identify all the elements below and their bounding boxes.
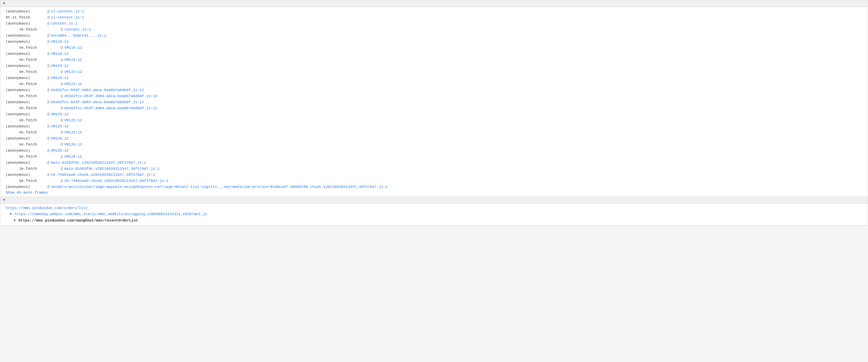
call-link[interactable]: main.01503f6c.v20210520213347_38f378a7.j… [64, 166, 160, 171]
tree-arrow-icon: ▼ [10, 213, 14, 216]
call-label: Ve.fetch [19, 142, 59, 147]
call-link[interactable]: VM126:12 [51, 136, 69, 141]
call-at: @ [47, 39, 50, 45]
call-at: @ [61, 178, 63, 184]
call-label: Ve.fetch [19, 154, 59, 159]
call-link[interactable]: content.js:1 [51, 21, 78, 26]
call-link[interactable]: main.01503f6c.v20210520213347_38f378a7.j… [51, 160, 146, 165]
call-row: (anonymous)@VM119:12 [0, 39, 868, 45]
call-row: (anonymous)@xl-content.js:1 [0, 8, 868, 15]
call-at: @ [47, 124, 50, 129]
call-link[interactable]: VM119:12 [51, 51, 69, 56]
call-at: @ [61, 57, 63, 62]
call-row: Ye.fetch@content.js:1 [0, 27, 868, 33]
devtools-panel: ▼ (anonymous)@xl-content.js:1Ot.st.fetch… [0, 0, 868, 226]
call-label: Ot.st.fetch [6, 15, 46, 20]
call-row: (anonymous)@VM119:12 [0, 51, 868, 57]
call-at: @ [61, 93, 63, 99]
call-at: @ [47, 51, 50, 56]
call-at: @ [61, 45, 63, 50]
call-label: Ve.fetch [19, 130, 59, 135]
call-at: @ [47, 136, 50, 141]
call-label: Ue.fetch [19, 178, 59, 184]
call-row: (anonymous)@VM123:12 [0, 75, 868, 81]
call-label: (anonymous) [6, 33, 46, 38]
call-link[interactable]: VM119:12 [64, 57, 82, 62]
initiator-current: https://mms.pinduoduo.com/mangkhut/mms/r… [19, 219, 138, 223]
call-label: Je.fetch [19, 166, 59, 171]
call-link[interactable]: a4c4884...5e8ce31....js:1 [51, 33, 106, 38]
call-link[interactable]: eb302fcc-b54f-4064-abca-bea8b7a6db8f.js:… [64, 106, 157, 111]
call-link[interactable]: 20.74961aa9.chunk.v20210520213347_38f378… [51, 172, 155, 177]
call-link[interactable]: eb302fcc-b54f-4064-abca-bea8b7a6db8f.js:… [64, 93, 157, 99]
call-label: Ve.fetch [19, 81, 59, 87]
call-link[interactable]: VM123:12 [51, 75, 69, 81]
call-label: Ve.fetch [19, 57, 59, 62]
call-label: (anonymous) [6, 75, 46, 81]
call-at: @ [61, 81, 63, 87]
call-link[interactable]: VM123:12 [64, 69, 82, 75]
call-stack-arrow: ▼ [3, 2, 5, 5]
call-at: @ [47, 9, 50, 14]
call-link[interactable]: VM126:12 [64, 154, 82, 159]
call-row: Ot.st.fetch@xl-content.js:1 [0, 15, 868, 21]
call-link[interactable]: content.js:1 [64, 27, 91, 32]
call-label: Ve.fetch [19, 69, 59, 75]
call-link[interactable]: vendors~activityCarriage~appeals~assignE… [51, 184, 388, 190]
call-link[interactable]: xl-content.js:1 [51, 15, 84, 20]
call-at: @ [61, 142, 63, 147]
initiator-arrow: ▼ [3, 198, 5, 202]
call-at: @ [61, 27, 63, 32]
call-label: (anonymous) [6, 148, 46, 153]
call-label: Ve.fetch [19, 93, 59, 99]
call-link[interactable]: VM123:12 [64, 81, 82, 87]
call-at: @ [61, 118, 63, 123]
call-link[interactable]: xl-content.js:1 [51, 9, 84, 14]
call-row: (anonymous)@VM125:12 [0, 123, 868, 130]
call-row: Ve.fetch@VM126:12 [0, 141, 868, 147]
call-row: Ue.fetch@20.74961aa9.chunk.v202105202133… [0, 178, 868, 184]
initiator-url[interactable]: https://commimg.pddpic.com/mms_static/mm… [14, 212, 207, 216]
call-at: @ [61, 154, 63, 159]
call-link[interactable]: 20.74961aa9.chunk.v20210520213347_38f378… [64, 178, 168, 184]
call-stack-content: (anonymous)@xl-content.js:1Ot.st.fetch@x… [0, 7, 868, 197]
call-link[interactable]: eb302fcc-b54f-4064-abca-bea8b7a6db8f.js:… [51, 87, 144, 93]
call-link[interactable]: VM125:12 [64, 130, 82, 135]
call-link[interactable]: VM123:12 [51, 63, 69, 68]
initiator-row: ▼ https://commimg.pddpic.com/mms_static/… [0, 211, 868, 218]
call-link[interactable]: VM125:12 [51, 112, 69, 117]
call-label: Ve.fetch [19, 45, 59, 50]
call-at: @ [47, 184, 50, 190]
call-row: Ve.fetch@VM126:12 [0, 154, 868, 160]
call-link[interactable]: VM119:12 [64, 45, 82, 50]
call-row: (anonymous)@VM123:12 [0, 63, 868, 69]
call-row: Ve.fetch@VM125:12 [0, 117, 868, 123]
call-label: (anonymous) [6, 136, 46, 141]
call-label: (anonymous) [6, 51, 46, 56]
call-at: @ [47, 33, 50, 38]
call-label: Ve.fetch [19, 118, 59, 123]
call-label: Ve.fetch [19, 106, 59, 111]
call-label: (anonymous) [6, 160, 46, 165]
call-link[interactable]: VM125:12 [51, 124, 69, 129]
call-link[interactable]: eb302fcc-b54f-4064-abca-bea8b7a6db8f.js:… [51, 100, 144, 105]
call-link[interactable]: VM125:12 [64, 118, 82, 123]
call-at: @ [47, 75, 50, 81]
call-link[interactable]: VM126:12 [64, 142, 82, 147]
call-at: @ [47, 172, 50, 177]
call-link[interactable]: VM126:12 [51, 148, 69, 153]
call-label: (anonymous) [6, 112, 46, 117]
call-link[interactable]: VM119:12 [51, 39, 69, 45]
initiator-url[interactable]: https://mms.pinduoduo.com/orders/list [6, 206, 88, 210]
call-row: (anonymous)@content.js:1 [0, 21, 868, 27]
call-label: (anonymous) [6, 100, 46, 105]
call-row: Ve.fetch@VM119:12 [0, 45, 868, 51]
call-at: @ [61, 69, 63, 75]
call-row: (anonymous)@main.01503f6c.v2021052021334… [0, 160, 868, 166]
call-at: @ [61, 106, 63, 111]
initiator-header[interactable]: ▼ [0, 197, 868, 204]
call-stack-header[interactable]: ▼ [0, 0, 868, 7]
show-more-frames[interactable]: Show 69 more frames [0, 190, 868, 195]
call-label: (anonymous) [6, 63, 46, 68]
call-row: (anonymous)@eb302fcc-b54f-4064-abca-bea8… [0, 99, 868, 105]
